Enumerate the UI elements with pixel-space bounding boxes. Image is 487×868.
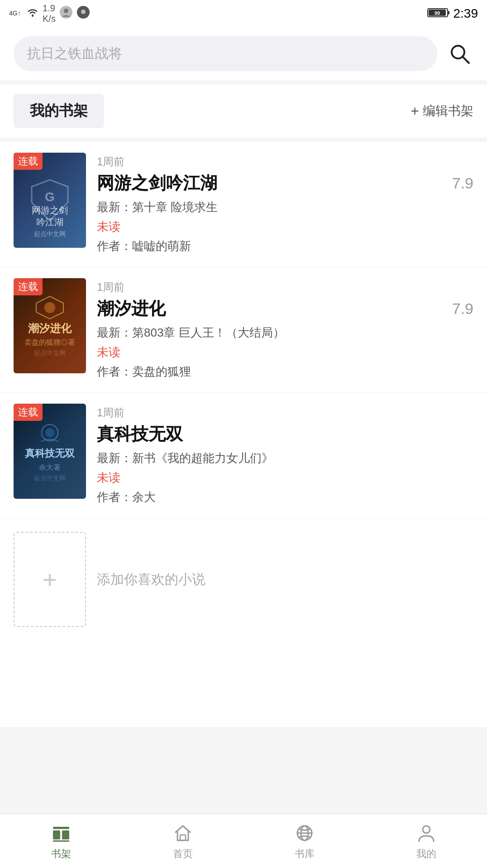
- add-book-text: 添加你喜欢的小说: [97, 570, 205, 589]
- add-icon: +: [43, 565, 57, 594]
- status-bar: 4G↑ 1.9K/s: [0, 0, 487, 27]
- shelf-header: 我的书架 + 编辑书架: [0, 85, 487, 137]
- book-latest: 最新：新书《我的超能力女儿们》: [97, 450, 473, 466]
- book-cover: 连载 潮汐进化 卖盘的狐狸◎著 起点中文网: [14, 278, 86, 373]
- book-cover: 连载 真科技无双 余大著 起点中文网: [14, 404, 86, 499]
- book-title: 网游之剑吟江湖: [97, 172, 217, 195]
- svg-point-16: [45, 428, 54, 437]
- avatar-icon: [59, 5, 73, 22]
- book-latest: 最新：第十章 险境求生: [97, 199, 473, 215]
- search-placeholder: 抗日之铁血战将: [27, 44, 122, 63]
- add-book-item[interactable]: + 添加你喜欢的小说: [0, 518, 487, 641]
- nav-item-mine[interactable]: 我的: [365, 822, 487, 861]
- svg-text:4G↑: 4G↑: [9, 10, 21, 17]
- content-spacer: [0, 727, 487, 814]
- speed-text: 1.9K/s: [43, 3, 56, 24]
- svg-text:99: 99: [434, 10, 439, 16]
- book-title: 潮汐进化: [97, 297, 166, 320]
- book-author: 作者：余大: [97, 489, 473, 505]
- wifi-icon: [26, 7, 39, 20]
- mine-nav-icon: [415, 822, 438, 844]
- notification-icon: [76, 5, 90, 22]
- svg-line-11: [463, 57, 469, 63]
- book-info: 1周前 潮汐进化 7.9 最新：第803章 巨人王！（大结局） 未读 作者：卖盘…: [97, 278, 473, 381]
- list-item[interactable]: 连载 潮汐进化 卖盘的狐狸◎著 起点中文网 1周前 潮汐进化 7.9 最新：第8…: [0, 267, 487, 393]
- add-book-placeholder: +: [14, 532, 86, 627]
- book-time: 1周前: [97, 280, 473, 294]
- nav-item-shelf[interactable]: 书架: [0, 822, 122, 861]
- book-info: 1周前 网游之剑吟江湖 7.9 最新：第十章 险境求生 未读 作者：嘘嘘的萌新: [97, 153, 473, 256]
- bottom-nav: 书架 首页 书库: [0, 814, 487, 868]
- plus-icon: +: [411, 103, 419, 120]
- book-title: 真科技无双: [97, 423, 183, 446]
- search-area: 抗日之铁血战将: [0, 27, 487, 80]
- svg-point-5: [81, 10, 86, 14]
- library-nav-icon: [293, 822, 316, 844]
- book-time: 1周前: [97, 154, 473, 169]
- book-unread: 未读: [97, 219, 473, 235]
- book-title-row: 潮汐进化 7.9: [97, 297, 473, 320]
- book-tag: 连载: [14, 278, 43, 295]
- nav-item-home[interactable]: 首页: [122, 822, 244, 861]
- status-left: 4G↑ 1.9K/s: [9, 3, 90, 24]
- nav-label-library: 书库: [295, 847, 315, 861]
- shelf-title-button[interactable]: 我的书架: [14, 94, 104, 128]
- svg-point-25: [423, 826, 430, 833]
- home-nav-icon: [172, 822, 194, 844]
- book-author: 作者：嘘嘘的萌新: [97, 238, 473, 254]
- nav-label-home: 首页: [173, 847, 193, 861]
- list-item[interactable]: 连载 真科技无双 余大著 起点中文网 1周前 真科技无双 最新：新书《我的超能力…: [0, 393, 487, 518]
- book-title-row: 真科技无双: [97, 423, 473, 446]
- book-title-row: 网游之剑吟江湖 7.9: [97, 172, 473, 195]
- edit-shelf-label: 编辑书架: [423, 102, 473, 120]
- svg-point-1: [32, 15, 33, 17]
- book-unread: 未读: [97, 470, 473, 486]
- book-time: 1周前: [97, 405, 473, 420]
- book-info: 1周前 真科技无双 最新：新书《我的超能力女儿们》 未读 作者：余大: [97, 404, 473, 507]
- battery-icon: 99: [427, 7, 450, 21]
- svg-rect-21: [180, 835, 186, 840]
- svg-rect-17: [53, 827, 69, 829]
- time-display: 2:39: [454, 6, 478, 21]
- list-item[interactable]: 连载 G 网游之剑吟江湖 起点中文网 1周前 网游之剑吟江湖 7.9 最新：第十…: [0, 142, 487, 267]
- nav-label-shelf: 书架: [51, 847, 71, 861]
- book-tag: 连载: [14, 404, 43, 421]
- svg-rect-19: [62, 830, 69, 839]
- nav-label-mine: 我的: [416, 847, 436, 861]
- shelf-nav-icon: [50, 822, 72, 844]
- search-input-wrap[interactable]: 抗日之铁血战将: [14, 36, 437, 71]
- svg-point-3: [64, 9, 68, 13]
- status-right: 99 2:39: [427, 6, 478, 21]
- book-author: 作者：卖盘的狐狸: [97, 364, 473, 380]
- book-list: 连载 G 网游之剑吟江湖 起点中文网 1周前 网游之剑吟江湖 7.9 最新：第十…: [0, 142, 487, 727]
- search-button[interactable]: [446, 40, 473, 68]
- book-cover: 连载 G 网游之剑吟江湖 起点中文网: [14, 153, 86, 248]
- svg-rect-18: [53, 830, 60, 839]
- svg-point-14: [44, 302, 55, 313]
- book-tag: 连载: [14, 153, 43, 170]
- edit-shelf-button[interactable]: + 编辑书架: [411, 102, 473, 120]
- book-unread: 未读: [97, 344, 473, 360]
- svg-rect-20: [53, 840, 69, 842]
- svg-rect-8: [448, 11, 449, 14]
- book-rating: 7.9: [452, 300, 473, 318]
- book-rating: 7.9: [452, 174, 473, 192]
- book-latest: 最新：第803章 巨人王！（大结局）: [97, 325, 473, 341]
- nav-item-library[interactable]: 书库: [244, 822, 365, 861]
- signal-icon: 4G↑: [9, 7, 23, 20]
